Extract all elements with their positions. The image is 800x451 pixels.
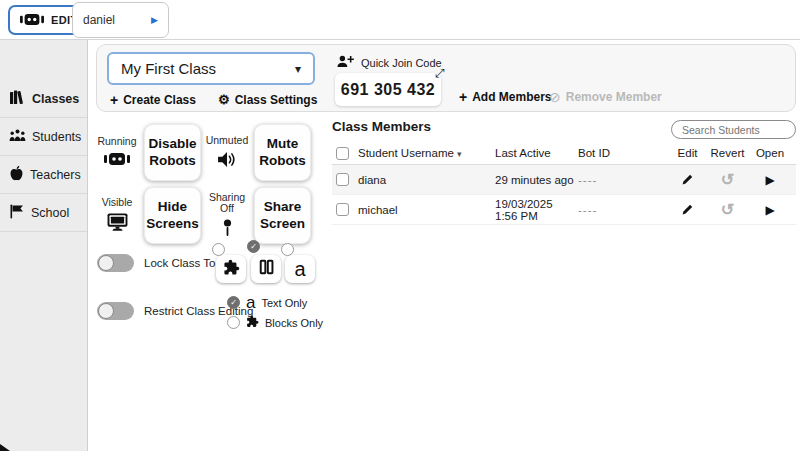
blocks-only-radio[interactable] bbox=[227, 316, 240, 329]
sidebar-item-label: Students bbox=[32, 130, 81, 144]
screens-status-label: Visible bbox=[102, 197, 133, 209]
class-members-table: Student Username▾ Last Active Bot ID Edi… bbox=[332, 142, 796, 225]
remove-member-button[interactable]: ⊘ Remove Member bbox=[549, 89, 662, 105]
lock-class-toggle[interactable] bbox=[97, 254, 134, 272]
cell-bot-id: ---- bbox=[578, 204, 670, 216]
robots-running-cell: Running Disable Robots bbox=[94, 124, 201, 181]
sidebar-item-label: Teachers bbox=[30, 168, 81, 182]
screens-status: Visible bbox=[94, 197, 140, 233]
quick-join-code-value[interactable]: 691 305 432 bbox=[335, 73, 441, 106]
split-view-button[interactable] bbox=[251, 255, 281, 283]
hide-screens-button[interactable]: Hide Screens bbox=[144, 187, 201, 244]
add-members-button[interactable]: + Add Members bbox=[459, 89, 552, 105]
quick-join-code-label: Quick Join Code bbox=[337, 55, 442, 70]
robots-status-label: Running bbox=[97, 136, 136, 148]
column-revert: Revert bbox=[705, 147, 750, 159]
blocks-mode-radio[interactable] bbox=[212, 243, 225, 256]
row-checkbox[interactable] bbox=[336, 173, 349, 186]
class-settings-label: Class Settings bbox=[235, 93, 318, 107]
mute-status: Unmuted bbox=[204, 135, 250, 170]
check-icon: ✓ bbox=[250, 242, 257, 251]
cell-bot-id: ---- bbox=[578, 174, 670, 186]
puzzle-icon bbox=[246, 315, 259, 330]
run-user-icon[interactable]: ▶ bbox=[151, 15, 158, 25]
text-mode-button[interactable]: a bbox=[285, 255, 315, 283]
column-edit: Edit bbox=[670, 147, 705, 159]
expand-code-icon[interactable]: ⤢ bbox=[435, 66, 445, 80]
text-only-option: ✓ a Text Only bbox=[227, 294, 307, 311]
cell-username: michael bbox=[358, 204, 495, 216]
blocks-mode-button[interactable] bbox=[216, 255, 246, 283]
school-flag-icon bbox=[9, 204, 25, 222]
user-tab-daniel[interactable]: daniel ▶ bbox=[72, 2, 169, 38]
topbar: EDITOR daniel ▶ bbox=[0, 0, 800, 40]
open-play-icon[interactable]: ▶ bbox=[750, 173, 790, 187]
sort-caret-icon: ▾ bbox=[457, 149, 462, 159]
disable-robots-button[interactable]: Disable Robots bbox=[144, 124, 201, 181]
sharing-status: Sharing Off bbox=[204, 192, 250, 240]
user-tab-label: daniel bbox=[83, 13, 115, 27]
sharing-status-label: Sharing Off bbox=[204, 192, 250, 215]
edit-pencil-icon[interactable] bbox=[670, 173, 705, 186]
mute-status-label: Unmuted bbox=[206, 135, 249, 147]
column-bot-id: Bot ID bbox=[578, 147, 670, 159]
corner-mark bbox=[0, 444, 10, 451]
class-select[interactable]: My First Class ▾ bbox=[107, 52, 315, 85]
text-a-icon: a bbox=[246, 294, 255, 311]
robots-status: Running bbox=[94, 136, 140, 168]
add-members-label: Add Members bbox=[472, 90, 551, 104]
robot-icon bbox=[20, 13, 44, 28]
select-all-checkbox[interactable] bbox=[336, 147, 349, 160]
classroom-manager-app: EDITOR daniel ▶ Classes bbox=[0, 0, 800, 451]
open-play-icon[interactable]: ▶ bbox=[750, 203, 790, 217]
revert-icon[interactable]: ↺ bbox=[705, 202, 750, 218]
text-mode-radio[interactable] bbox=[281, 243, 294, 256]
revert-icon[interactable]: ↺ bbox=[705, 172, 750, 188]
check-icon: ✓ bbox=[230, 298, 237, 307]
search-students-input[interactable] bbox=[671, 120, 796, 139]
text-a-icon: a bbox=[294, 259, 305, 279]
column-last-active: Last Active bbox=[495, 147, 578, 159]
create-class-button[interactable]: + Create Class bbox=[110, 92, 196, 108]
row-checkbox[interactable] bbox=[336, 203, 349, 216]
class-settings-button[interactable]: ⚙ Class Settings bbox=[218, 92, 317, 107]
cell-last-active: 19/03/2025 1:56 PM bbox=[495, 198, 578, 222]
columns-icon bbox=[258, 259, 275, 279]
students-people-icon bbox=[9, 128, 26, 145]
speaker-icon bbox=[218, 151, 237, 171]
share-screen-button[interactable]: Share Screen bbox=[254, 187, 311, 244]
plus-icon: + bbox=[459, 89, 467, 105]
restrict-editing-toggle[interactable] bbox=[97, 302, 134, 320]
sidebar-item-classes[interactable]: Classes bbox=[0, 80, 87, 118]
screen-sharing-cell: Sharing Off Share Screen bbox=[204, 187, 311, 244]
table-row: diana 29 minutes ago ---- ↺ ▶ bbox=[332, 165, 796, 195]
teachers-apple-icon bbox=[9, 165, 24, 184]
mute-robots-button[interactable]: Mute Robots bbox=[254, 124, 311, 181]
person-add-icon bbox=[337, 55, 355, 70]
column-student-username[interactable]: Student Username▾ bbox=[358, 147, 495, 159]
class-panel: My First Class ▾ + Create Class ⚙ Class … bbox=[96, 44, 796, 112]
sidebar-item-teachers[interactable]: Teachers bbox=[0, 156, 87, 194]
class-members-title: Class Members bbox=[332, 119, 431, 134]
chevron-down-icon: ▾ bbox=[295, 62, 301, 76]
no-entry-icon: ⊘ bbox=[549, 89, 561, 105]
table-row: michael 19/03/2025 1:56 PM ---- ↺ ▶ bbox=[332, 195, 796, 225]
blocks-only-label: Blocks Only bbox=[265, 317, 323, 329]
column-open: Open bbox=[750, 147, 790, 159]
sidebar: Classes Students Teachers bbox=[0, 40, 88, 451]
pin-icon bbox=[223, 219, 232, 240]
plus-icon: + bbox=[110, 92, 118, 108]
sidebar-item-students[interactable]: Students bbox=[0, 118, 87, 156]
sidebar-item-school[interactable]: School bbox=[0, 194, 87, 232]
remove-member-label: Remove Member bbox=[566, 90, 662, 104]
sidebar-item-label: School bbox=[31, 206, 69, 220]
split-mode-radio[interactable]: ✓ bbox=[247, 240, 260, 253]
create-class-label: Create Class bbox=[123, 93, 196, 107]
sidebar-item-label: Classes bbox=[32, 92, 79, 106]
text-only-radio[interactable]: ✓ bbox=[227, 296, 240, 309]
puzzle-icon bbox=[223, 259, 240, 280]
edit-pencil-icon[interactable] bbox=[670, 203, 705, 216]
monitor-icon bbox=[107, 213, 128, 234]
screens-visible-cell: Visible Hide Screens bbox=[94, 187, 201, 244]
cell-last-active: 29 minutes ago bbox=[495, 174, 578, 186]
